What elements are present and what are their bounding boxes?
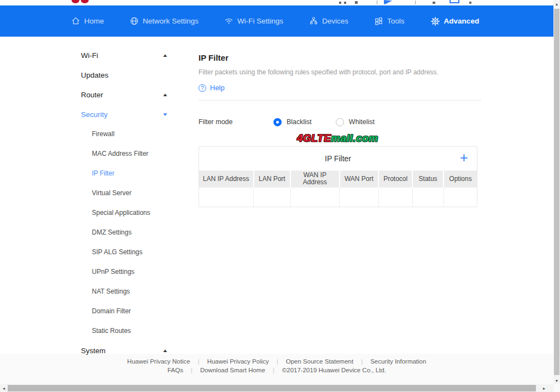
nav-label: Network Settings (143, 17, 199, 25)
sidebar-item-wi-fi[interactable]: Wi-Fi▲ (70, 45, 179, 65)
clipped-toolbar-icon (344, 2, 346, 4)
column-header-wan-ip-address: WAN IP Address (290, 171, 339, 188)
footer-separator: | (198, 358, 200, 365)
nav-item-tools[interactable]: Tools (374, 16, 405, 26)
clipped-toolbar-icon (339, 2, 341, 4)
ip-filter-card: IP Filter + LAN IP AddressLAN PortWAN IP… (199, 146, 477, 207)
column-header-lan-port: LAN Port (254, 171, 291, 188)
chevron-down-icon: ▼ (162, 112, 168, 117)
column-header-options: Options (444, 171, 477, 188)
clipped-toolbar-icon (433, 2, 435, 4)
footer-copyright: ©2017-2019 Huawei Device Co., Ltd. (282, 367, 386, 373)
vertical-scrollbar[interactable]: ▲ ▼ (553, 0, 560, 384)
router-admin-page: HomeNetwork SettingsWi-Fi SettingsDevice… (0, 0, 560, 392)
radio-selected-icon (273, 118, 282, 126)
vertical-scrollbar-thumb[interactable] (554, 9, 559, 375)
sidebar-item-label: DMZ Settings (92, 229, 132, 236)
watermark-part1: 4GLTE (297, 132, 331, 144)
add-rule-button[interactable]: + (460, 150, 468, 165)
clipped-divider (377, 1, 377, 4)
scroll-left-icon[interactable]: ◄ (0, 384, 8, 392)
help-link[interactable]: ? Help (199, 84, 225, 92)
nav-item-network-settings[interactable]: Network Settings (130, 16, 199, 26)
sidebar-item-ip-filter[interactable]: IP Filter (70, 163, 179, 183)
nav-label: Home (84, 17, 104, 25)
horizontal-scrollbar-thumb[interactable] (8, 385, 536, 391)
tools-icon (374, 16, 383, 26)
chevron-up-icon: ▲ (162, 348, 168, 353)
sidebar-item-label: Wi-Fi (81, 51, 98, 60)
chevron-up-icon: ▲ (162, 92, 168, 97)
chevron-up-icon: ▲ (162, 53, 168, 58)
sidebar-item-security[interactable]: Security▼ (70, 104, 179, 124)
help-label: Help (210, 84, 225, 92)
radio-option-label: Blacklist (287, 118, 312, 126)
radio-option-blacklist[interactable]: Blacklist (273, 118, 312, 126)
send-icon-clipped (384, 0, 392, 4)
sidebar-item-nat-settings[interactable]: NAT Settings (70, 282, 179, 301)
nav-label: Wi-Fi Settings (237, 17, 283, 25)
devices-icon (309, 16, 318, 26)
filter-mode-label: Filter mode (199, 118, 273, 126)
footer-link-faqs[interactable]: FAQs (167, 367, 183, 373)
sidebar-item-dmz-settings[interactable]: DMZ Settings (70, 223, 179, 242)
sidebar-item-label: MAC Address Filter (92, 150, 148, 157)
scroll-up-icon[interactable]: ▲ (553, 0, 560, 8)
globe-icon (130, 16, 139, 26)
column-header-lan-ip-address: LAN IP Address (199, 171, 254, 188)
sidebar-item-firewall[interactable]: Firewall (70, 124, 179, 144)
sidebar-item-router[interactable]: Router▲ (70, 85, 179, 104)
sidebar-item-updates[interactable]: Updates (70, 65, 179, 85)
sidebar-item-sip-alg-settings[interactable]: SIP ALG Settings (70, 242, 179, 262)
sidebar-item-virtual-server[interactable]: Virtual Server (70, 183, 179, 203)
nav-item-devices[interactable]: Devices (309, 16, 348, 26)
main-nav: HomeNetwork SettingsWi-Fi SettingsDevice… (0, 5, 553, 37)
sidebar-item-label: UPnP Settings (92, 268, 135, 276)
sidebar-item-system[interactable]: System▲ (70, 341, 179, 360)
home-icon (71, 16, 80, 26)
sidebar-item-special-applications[interactable]: Special Applications (70, 203, 179, 223)
footer-link-open-source-statement[interactable]: Open Source Statement (286, 358, 353, 365)
sidebar-item-mac-address-filter[interactable]: MAC Address Filter (70, 144, 179, 163)
table-cell-empty (340, 188, 379, 207)
nav-item-advanced[interactable]: Advanced (430, 16, 480, 26)
sidebar-item-label: Domain Filter (92, 307, 131, 315)
sidebar-item-label: NAT Settings (92, 288, 130, 295)
table-cell-empty (444, 188, 477, 207)
sidebar-item-label: Security (81, 110, 108, 119)
huawei-logo-clipped-icon (72, 0, 79, 3)
gear-icon (430, 16, 440, 26)
filter-mode-options: BlacklistWhitelist (273, 118, 399, 126)
sidebar-item-label: Router (81, 91, 103, 99)
nav-label: Tools (387, 17, 405, 25)
footer-link-huawei-privacy-policy[interactable]: Huawei Privacy Policy (207, 358, 269, 365)
footer-link-download-smart-home[interactable]: Download Smart Home (200, 367, 265, 373)
sidebar-item-domain-filter[interactable]: Domain Filter (70, 301, 179, 321)
footer-link-security-information[interactable]: Security Information (370, 358, 426, 365)
help-icon: ? (199, 84, 206, 92)
footer-separator: | (277, 358, 278, 365)
radio-option-whitelist[interactable]: Whitelist (336, 118, 375, 126)
sidebar-item-upnp-settings[interactable]: UPnP Settings (70, 262, 179, 282)
sidebar-item-static-routes[interactable]: Static Routes (70, 321, 179, 341)
table-header-row: LAN IP AddressLAN PortWAN IP AddressWAN … (199, 171, 477, 188)
table-cell-empty (290, 188, 339, 207)
watermark: 4GLTEmall.com (297, 132, 378, 144)
nav-item-home[interactable]: Home (71, 16, 104, 26)
column-header-protocol: Protocol (378, 171, 412, 188)
table-cell-empty (199, 188, 254, 207)
radio-unselected-icon (336, 118, 344, 126)
nav-item-wi-fi-settings[interactable]: Wi-Fi Settings (224, 16, 283, 26)
ip-filter-card-header: IP Filter + (199, 147, 477, 171)
table-row (199, 188, 477, 207)
column-header-status: Status (412, 171, 444, 188)
huawei-logo-clipped-icon (81, 0, 89, 3)
clipped-toolbar-icon (469, 2, 471, 4)
scroll-right-icon[interactable]: ► (540, 384, 548, 392)
scroll-down-icon[interactable]: ▼ (553, 377, 560, 384)
tab-outline-clipped-icon (450, 0, 459, 3)
card-title: IP Filter (325, 154, 351, 163)
horizontal-scrollbar[interactable]: ◄ ► (0, 384, 553, 392)
clipped-browser-strip (0, 0, 553, 5)
radio-option-label: Whitelist (349, 118, 375, 126)
